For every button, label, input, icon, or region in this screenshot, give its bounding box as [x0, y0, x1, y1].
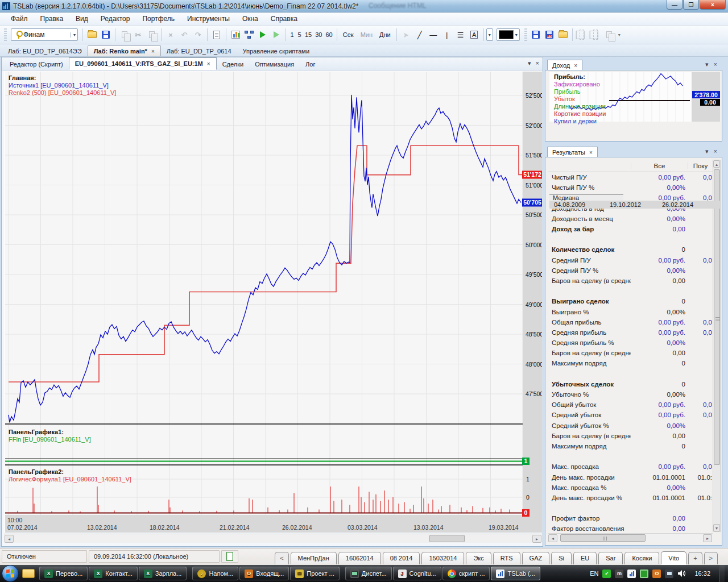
workspace-tab-16062014[interactable]: 16062014: [338, 552, 381, 564]
table-row[interactable]: [548, 503, 713, 513]
text-tool-button[interactable]: A: [468, 28, 481, 41]
start-button[interactable]: [2, 565, 19, 582]
tray-tslab-icon[interactable]: [627, 569, 636, 578]
table-row[interactable]: Макс. просадка %0,00%: [548, 483, 713, 493]
taskbar-button[interactable]: JCognitu...: [393, 567, 441, 580]
scroll-down-icon[interactable]: ▾: [713, 524, 720, 531]
toolbar-overflow-icon[interactable]: ▾: [618, 32, 621, 38]
run-agent-button[interactable]: [270, 28, 283, 41]
tray-outlook-icon[interactable]: O: [652, 569, 661, 578]
scroll-right-icon[interactable]: ▸: [703, 534, 712, 542]
ungroup-button[interactable]: ⃞: [589, 28, 602, 41]
table-row[interactable]: День макс. просадки %01.01.000101.0:: [548, 493, 713, 503]
table-row[interactable]: Чистый П/У %0,00%: [548, 182, 713, 193]
lab-tab[interactable]: Управление скриптами: [237, 46, 315, 56]
workspace-tab-<[interactable]: <: [275, 552, 288, 564]
minimize-button[interactable]: —: [667, 0, 682, 10]
log-indicator[interactable]: [221, 550, 238, 563]
table-row[interactable]: Количество сделок0: [548, 244, 713, 255]
workspace-tab-Si[interactable]: Si: [551, 552, 572, 564]
table-row[interactable]: Средний убыток %0,00%: [548, 421, 713, 431]
table-row[interactable]: День макс. просадки01.01.000101.0:: [548, 472, 713, 482]
pane-menu-icon[interactable]: ▾: [528, 60, 531, 67]
save-layout-button[interactable]: [529, 28, 543, 41]
workspace-tab-Sar[interactable]: Sar: [598, 552, 623, 564]
workspace-tab-Vito[interactable]: Vito: [661, 551, 686, 564]
close-icon[interactable]: ×: [207, 61, 210, 67]
language-indicator[interactable]: EN: [590, 570, 598, 577]
close-button[interactable]: ×: [700, 0, 726, 10]
table-row[interactable]: Доход за бар0,00: [548, 224, 713, 234]
lab-tab[interactable]: Лаб: Renko main*×: [88, 45, 161, 56]
doc-tab[interactable]: Оптимизация: [249, 59, 300, 70]
stack-button[interactable]: [602, 28, 616, 41]
tab-income[interactable]: Доход ×: [547, 60, 582, 70]
menu-item-Окна[interactable]: Окна: [236, 13, 264, 24]
table-row[interactable]: Выиграно %0,00%: [548, 306, 713, 317]
line-width-dropdown[interactable]: ▾: [486, 28, 493, 41]
chart-scroll-thumb[interactable]: [429, 535, 465, 542]
table-row[interactable]: [548, 286, 713, 296]
timeframe-button-15[interactable]: 15: [303, 29, 313, 40]
column-header-buy[interactable]: Поку: [688, 163, 713, 169]
menu-item-Правка[interactable]: Правка: [34, 13, 70, 24]
vline-tool-button[interactable]: |: [440, 28, 454, 41]
table-row[interactable]: Убыточно %0,00%: [548, 389, 713, 400]
table-row[interactable]: Чистый П/У0,00 руб.0,0: [548, 172, 713, 182]
table-row[interactable]: Средний П/У %0,00%: [548, 265, 713, 276]
hline-tool-button[interactable]: —: [427, 28, 440, 41]
undo-button[interactable]: ↶: [177, 28, 191, 41]
workspace-tab-15032014[interactable]: 15032014: [421, 552, 464, 564]
run-button[interactable]: [256, 28, 270, 41]
restore-button[interactable]: ❐: [683, 0, 699, 10]
taskbar-button[interactable]: XЗарпла...: [139, 567, 187, 580]
workspace-tab-МенПрДан[interactable]: МенПрДан: [291, 552, 337, 564]
menu-item-Редактор[interactable]: Редактор: [94, 13, 136, 24]
delete-button[interactable]: ×: [164, 28, 177, 41]
tray-agent-icon[interactable]: ✓: [602, 569, 611, 578]
group-button[interactable]: ⃞: [575, 28, 589, 41]
cut-button[interactable]: ✂: [131, 28, 145, 41]
taskbar-button[interactable]: XКонтакт...: [89, 567, 138, 580]
open-button[interactable]: [85, 28, 99, 41]
table-row[interactable]: [548, 234, 713, 244]
workspace-tab-Экс[interactable]: Экс: [466, 552, 491, 564]
account-combobox[interactable]: Финам ▾: [11, 28, 78, 41]
timeframe-button-60[interactable]: 60: [324, 29, 334, 40]
workspace-tab-Косяки[interactable]: Косяки: [624, 552, 659, 564]
pane-menu-icon[interactable]: ▾: [705, 148, 709, 155]
taskbar-clock[interactable]: 16:32: [690, 570, 715, 577]
table-row[interactable]: Баров на сделку (в среднем)0,00: [548, 276, 713, 286]
scroll-left-icon[interactable]: ◂: [548, 534, 557, 542]
menu-item-Вид[interactable]: Вид: [69, 13, 94, 24]
tray-grid-icon[interactable]: [640, 569, 648, 578]
table-row[interactable]: Максимум подряд0: [548, 441, 713, 451]
menu-item-Справка[interactable]: Справка: [264, 13, 304, 24]
pointer-tool-button[interactable]: ➤: [399, 28, 413, 41]
pane-close-icon[interactable]: ×: [536, 60, 539, 67]
workspace-tab-+[interactable]: +: [688, 552, 702, 564]
doc-tab[interactable]: Сделки: [217, 59, 250, 70]
table-row[interactable]: Общая прибыль0,00 руб.0,0: [548, 317, 713, 327]
unit-button-Мин[interactable]: Мин: [357, 29, 376, 40]
script-properties-button[interactable]: [210, 28, 224, 41]
fib-levels-tool-button[interactable]: ☰: [454, 28, 468, 41]
unit-button-Сек[interactable]: Сек: [340, 29, 357, 40]
table-row[interactable]: Выиграно сделок0: [548, 296, 713, 306]
table-row[interactable]: Средняя прибыль %0,00%: [548, 338, 713, 348]
unit-button-Дни[interactable]: Дни: [376, 29, 394, 40]
doc-tab[interactable]: Редактор (Скрипт): [4, 59, 69, 70]
chart-horizontal-scrollbar[interactable]: ◂ ▸: [4, 534, 542, 543]
table-row[interactable]: Средний П/У0,00 руб.0,0: [548, 255, 713, 265]
results-horizontal-scrollbar[interactable]: ◂ ▸: [548, 533, 713, 542]
tray-volume-icon[interactable]: [677, 569, 686, 578]
chart-view-button[interactable]: [229, 28, 242, 41]
save-button[interactable]: [99, 28, 113, 41]
lab-tab[interactable]: Лаб: EU_DD_TP_0614: [161, 46, 237, 56]
pane-close-icon[interactable]: ×: [714, 148, 717, 155]
table-row[interactable]: [548, 369, 713, 379]
table-row[interactable]: Максимум подряд0: [548, 358, 713, 368]
taskbar-button[interactable]: TSLab (...: [491, 567, 540, 580]
copy-button[interactable]: [118, 28, 131, 41]
open-layout-button[interactable]: [556, 28, 570, 41]
